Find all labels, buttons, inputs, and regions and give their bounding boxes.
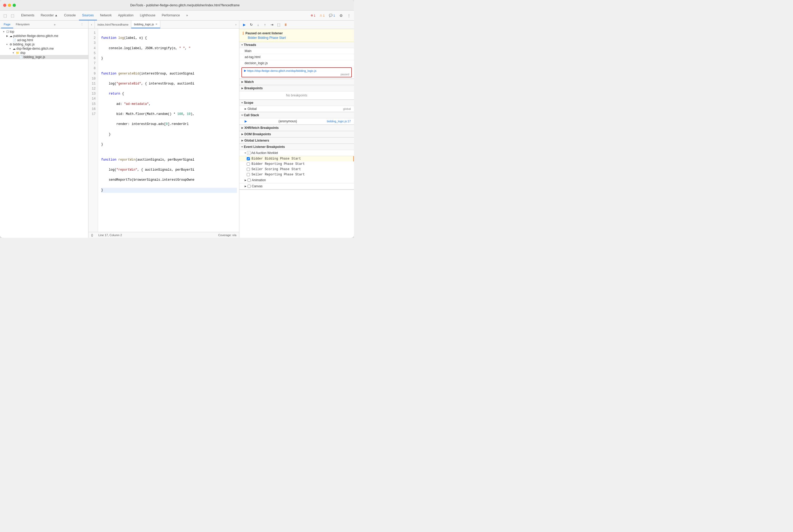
line-num-13: 13 <box>91 91 96 96</box>
tree-arrow-publisher: ▶ <box>6 35 10 37</box>
xhr-header[interactable]: ▶ XHR/fetch Breakpoints <box>239 125 354 131</box>
maximize-button[interactable] <box>13 4 16 7</box>
tab-sources[interactable]: Sources <box>79 11 97 20</box>
seller-scoring-checkbox[interactable] <box>247 168 250 171</box>
step-out-button[interactable]: ↑ <box>262 22 268 28</box>
editor-tab-prev[interactable]: ‹ <box>89 21 95 28</box>
seller-reporting-item[interactable]: Seller Reporting Phase Start <box>239 172 354 177</box>
code-line-3: } <box>101 56 237 61</box>
ad-auction-header[interactable]: ▾ − Ad Auction Worklet <box>239 150 354 156</box>
tab-recorder[interactable]: Recorder ▲ <box>38 11 61 20</box>
more-options-button[interactable]: ⋮ <box>345 12 352 19</box>
callstack-location: bidding_logic.js:17 <box>327 120 351 123</box>
device-toolbar-button[interactable]: ⬚ <box>9 12 16 19</box>
code-editor[interactable]: function log(label, o) { console.log(lab… <box>98 28 239 232</box>
tab-page[interactable]: Page <box>1 21 13 28</box>
toolbar-left: ⬚ ⬚ <box>2 12 16 19</box>
bidder-bidding-checkbox[interactable] <box>247 157 250 160</box>
close-tab-icon[interactable]: ✕ <box>155 23 157 26</box>
watch-header[interactable]: ▶ Watch <box>239 79 354 85</box>
tab-application[interactable]: Application <box>115 11 137 20</box>
thread-active-url-text: https://dsp-fledge-demo.glitch.me/dsp/bi… <box>247 69 317 72</box>
breakpoints-header[interactable]: ▶ Breakpoints <box>239 85 354 91</box>
tree-item-top[interactable]: ▾ ☐ top <box>0 30 88 34</box>
thread-main[interactable]: Main <box>239 48 354 54</box>
bidder-reporting-checkbox[interactable] <box>247 163 250 166</box>
canvas-checkbox[interactable] <box>247 185 251 188</box>
threads-section: ▾ Threads Main ad-tag.html decision_logi… <box>239 42 354 79</box>
line-num-15: 15 <box>91 102 96 107</box>
format-indicator[interactable]: {} <box>91 233 93 237</box>
editor-tab-next[interactable]: › <box>233 21 239 28</box>
window-title: DevTools - publisher-fledge-demo.glitch.… <box>19 3 351 7</box>
tab-elements[interactable]: Elements <box>18 11 38 20</box>
settings-button[interactable]: ⚙ <box>338 12 344 19</box>
tree-item-dsp[interactable]: ▾ ☁ dsp-fledge-demo.glitch.me <box>0 46 88 51</box>
editor-tab-index[interactable]: index.html?fencedframe <box>95 21 131 28</box>
code-line-16: sendReportTo(browserSignals.interestGrou… <box>101 177 237 183</box>
folder-icon-dsp: 📁 <box>16 51 20 55</box>
code-line-15: log("reportWin", { auctionSignals, perBu… <box>101 168 237 172</box>
tab-console[interactable]: Console <box>61 11 79 20</box>
info-count: 1 <box>333 14 335 17</box>
js-file-icon: 📄 <box>19 55 23 59</box>
tree-item-bidding-js[interactable]: 📄 bidding_logic.js <box>0 55 88 59</box>
cloud-icon: ☁ <box>10 34 13 38</box>
tab-more[interactable]: » <box>183 11 191 20</box>
threads-header[interactable]: ▾ Threads <box>239 42 354 48</box>
close-button[interactable] <box>3 4 6 7</box>
tree-item-dsp-folder[interactable]: ▾ 📁 dsp <box>0 51 88 55</box>
bidder-bidding-item[interactable]: Bidder Bidding Phase Start <box>239 156 354 162</box>
thread-active-box[interactable]: ▶ https://dsp-fledge-demo.glitch.me/dsp/… <box>242 68 352 77</box>
canvas-header[interactable]: ▶ Canvas <box>239 183 354 189</box>
tab-network[interactable]: Network <box>97 11 115 20</box>
resume-button[interactable]: ▶ <box>242 22 247 28</box>
info-badge[interactable]: 💬 1 <box>327 13 337 18</box>
deactivate-breakpoints[interactable]: ⬚ <box>276 22 282 28</box>
event-listener-header[interactable]: ▾ Event Listener Breakpoints <box>239 144 354 150</box>
thread-adtag[interactable]: ad-tag.html <box>239 54 354 60</box>
code-line-17: } <box>101 188 237 193</box>
event-listener-content: ▾ − Ad Auction Worklet Bidder Bidding Ph… <box>239 150 354 190</box>
step-into-button[interactable]: ↓ <box>255 22 261 28</box>
step-button[interactable]: ⇥ <box>269 22 275 28</box>
callstack-item-0[interactable]: ▶ (anonymous) bidding_logic.js:17 <box>239 118 354 125</box>
no-breakpoints-label: No breakpoints <box>239 91 354 99</box>
bidder-bidding-label: Bidder Bidding Phase Start <box>251 157 301 160</box>
tab-performance[interactable]: Performance <box>158 11 183 20</box>
seller-reporting-checkbox[interactable] <box>247 173 250 176</box>
panel-sync-button[interactable]: ⋮ <box>79 21 86 28</box>
bidder-reporting-item[interactable]: Bidder Reporting Phase Start <box>239 162 354 167</box>
line-num-1: 1 <box>91 31 96 36</box>
pause-on-exceptions[interactable]: ⏸ <box>283 22 288 28</box>
breakpoints-label: Breakpoints <box>244 87 263 90</box>
scope-header[interactable]: ▾ Scope <box>239 100 354 106</box>
thread-decision[interactable]: decision_logic.js <box>239 60 354 66</box>
tree-item-adtag[interactable]: 📄 ad-tag.html <box>0 38 88 42</box>
seller-scoring-item[interactable]: Seller Scoring Phase Start <box>239 167 354 172</box>
tab-filesystem[interactable]: Filesystem <box>13 21 33 28</box>
tab-more-left[interactable]: » <box>52 23 57 26</box>
error-badge[interactable]: ⊗ 1 <box>309 13 317 18</box>
minimize-button[interactable] <box>8 4 11 7</box>
tab-lighthouse[interactable]: Lighthouse <box>136 11 158 20</box>
callstack-header[interactable]: ▾ Call Stack <box>239 112 354 118</box>
line-num-6: 6 <box>91 56 96 61</box>
canvas-arrow: ▶ <box>245 185 246 188</box>
editor-tab-bidding[interactable]: bidding_logic.js ✕ <box>131 21 160 28</box>
event-listener-arrow: ▾ <box>242 146 243 148</box>
dom-header[interactable]: ▶ DOM Breakpoints <box>239 131 354 137</box>
dom-section: ▶ DOM Breakpoints <box>239 131 354 138</box>
scope-global[interactable]: ▶ Global global <box>239 106 354 112</box>
step-over-button[interactable]: ↻ <box>248 22 254 28</box>
select-tool-button[interactable]: ⬚ <box>2 12 8 19</box>
ad-auction-minus[interactable]: − <box>247 151 251 155</box>
scope-arrow: ▾ <box>242 101 243 104</box>
tree-item-bidding-root[interactable]: ▾ ⚙ bidding_logic.js <box>0 42 88 46</box>
code-line-6: log("generateBid", { interestGroup, auct… <box>101 81 237 87</box>
global-listeners-header[interactable]: ▶ Global Listeners <box>239 138 354 144</box>
animation-checkbox[interactable] <box>247 178 251 182</box>
animation-header[interactable]: ▶ Animation <box>239 177 354 183</box>
warning-badge[interactable]: ⚠ 1 <box>318 13 326 18</box>
tree-item-publisher[interactable]: ▶ ☁ publisher-fledge-demo.glitch.me <box>0 34 88 38</box>
